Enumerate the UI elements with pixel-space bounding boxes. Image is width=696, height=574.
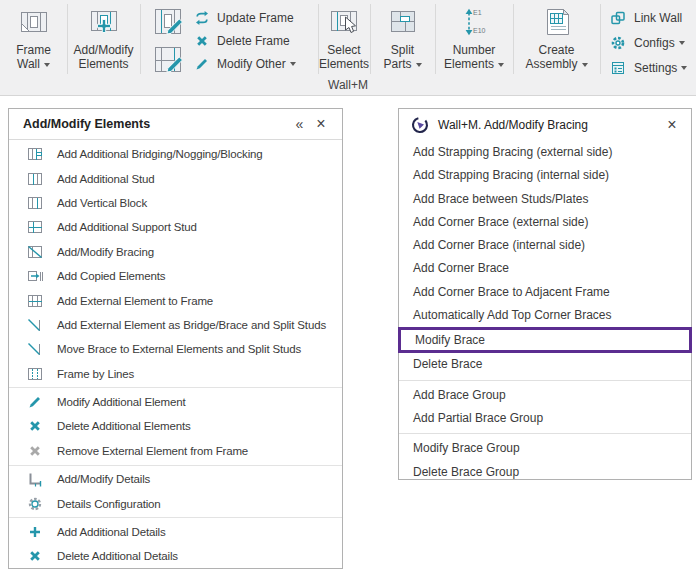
menu-item-modify-brace-group[interactable]: Modify Brace Group — [399, 437, 691, 460]
separator — [9, 465, 342, 466]
modify-other-label: Modify Other — [217, 57, 286, 71]
menu-item-add-strapping-external[interactable]: Add Strapping Bracing (external side) — [399, 141, 691, 164]
menu-item-add-brace-between-studs[interactable]: Add Brace between Studs/Plates — [399, 188, 691, 211]
menu-item-label: Add Additional Support Stud — [57, 221, 197, 233]
number-elements-label-1: Number — [453, 43, 496, 57]
menu-item-add-stud[interactable]: Add Additional Stud — [9, 166, 342, 190]
vertical-block-icon — [27, 195, 43, 211]
settings-label: Settings — [634, 61, 677, 75]
menu-item-add-modify-details[interactable]: Add/Modify Details — [9, 467, 342, 491]
menu-item-add-bridging[interactable]: Add Additional Bridging/Nogging/Blocking — [9, 142, 342, 166]
plus-icon — [27, 524, 43, 540]
configs-button[interactable]: Configs — [610, 30, 696, 55]
frame-wall-label-1: Frame — [16, 43, 51, 57]
create-assembly-label-2: Assembly — [525, 57, 577, 71]
menu-list: Add Strapping Bracing (external side) Ad… — [399, 139, 691, 484]
configs-label: Configs — [634, 36, 675, 50]
add-modify-elements-label-2: Elements — [78, 57, 128, 71]
update-frame-label: Update Frame — [217, 11, 294, 25]
chevron-down-icon — [582, 63, 588, 67]
menu-item-add-support-stud[interactable]: Add Additional Support Stud — [9, 215, 342, 239]
delete-x-icon — [27, 548, 43, 564]
external-element-icon — [27, 293, 43, 309]
menu-item-add-corner-brace-external[interactable]: Add Corner Brace (external side) — [399, 211, 691, 234]
split-parts-label-1: Split — [391, 43, 414, 57]
close-icon[interactable]: × — [310, 113, 332, 135]
menu-item-delete-additional-elements[interactable]: Delete Additional Elements — [9, 414, 342, 438]
separator — [9, 517, 342, 518]
menu-item-label: Delete Additional Elements — [57, 420, 191, 432]
modify-other-button[interactable]: Modify Other — [194, 52, 296, 75]
menu-item-add-strapping-internal[interactable]: Add Strapping Bracing (internal side) — [399, 164, 691, 187]
bridging-icon — [27, 146, 43, 162]
frame-wall-label-2: Wall — [17, 57, 40, 71]
menu-item-add-partial-brace-group[interactable]: Add Partial Brace Group — [399, 407, 691, 430]
select-elements-label-2: Elements — [319, 57, 369, 71]
menu-item-remove-external-element[interactable]: Remove External Element from Frame — [9, 439, 342, 463]
menu-item-add-corner-brace[interactable]: Add Corner Brace — [399, 257, 691, 280]
split-parts-label-2: Parts — [383, 57, 411, 71]
frame-wall-button[interactable]: Frame Wall — [0, 0, 67, 76]
menu-item-add-vertical-block[interactable]: Add Vertical Block — [9, 191, 342, 215]
modify-frame-icon-button[interactable] — [152, 6, 186, 41]
link-wall-button[interactable]: Link Wall — [610, 5, 696, 30]
menu-item-add-brace-group[interactable]: Add Brace Group — [399, 384, 691, 407]
menu-item-add-copied-elements[interactable]: Add Copied Elements — [9, 264, 342, 288]
split-parts-button[interactable]: Split Parts — [370, 0, 435, 76]
chevron-down-icon — [416, 63, 422, 67]
menu-list: Add Additional Bridging/Nogging/Blocking… — [9, 140, 342, 569]
panel-title: Add/Modify Elements — [23, 117, 288, 131]
menu-item-details-configuration[interactable]: Details Configuration — [9, 491, 342, 515]
menu-item-label: Add External Element as Bridge/Brace and… — [57, 319, 326, 331]
menu-header: Wall+M. Add/Modify Bracing × — [399, 109, 691, 139]
create-assembly-label-1: Create — [538, 43, 574, 57]
add-modify-bracing-menu: Wall+M. Add/Modify Bracing × Add Strappi… — [398, 108, 692, 480]
delete-frame-button[interactable]: Delete Frame — [194, 29, 296, 52]
menu-item-add-additional-details[interactable]: Add Additional Details — [9, 520, 342, 544]
menu-item-label: Move Brace to External Elements and Spli… — [57, 343, 301, 355]
close-icon[interactable]: × — [661, 114, 683, 136]
menu-item-delete-additional-details[interactable]: Delete Additional Details — [9, 544, 342, 568]
link-wall-label: Link Wall — [634, 11, 682, 25]
number-elements-button[interactable]: E1 E10 Number Elements — [435, 0, 513, 76]
menu-title: Wall+M. Add/Modify Bracing — [438, 118, 661, 132]
menu-item-label: Add/Modify Details — [57, 473, 150, 485]
ribbon: Frame Wall Add/Modify Elements — [0, 0, 696, 96]
separator — [399, 380, 691, 381]
add-modify-elements-icon — [88, 6, 120, 43]
support-stud-icon — [27, 219, 43, 235]
modify-frame-alt-icon-button[interactable] — [152, 44, 186, 79]
menu-item-label: Add Additional Details — [57, 526, 166, 538]
menu-item-delete-brace[interactable]: Delete Brace — [399, 353, 691, 376]
menu-item-modify-additional-element[interactable]: Modify Additional Element — [9, 390, 342, 414]
menu-item-auto-add-top-corner-braces[interactable]: Automatically Add Top Corner Braces — [399, 304, 691, 327]
separator — [399, 433, 691, 434]
menu-item-add-modify-bracing[interactable]: Add/Modify Bracing — [9, 240, 342, 264]
create-assembly-button[interactable]: Create Assembly — [513, 0, 600, 76]
diagonal-brace-icon — [27, 341, 43, 357]
menu-item-label: Add Additional Stud — [57, 173, 155, 185]
menu-item-add-corner-brace-adjacent[interactable]: Add Corner Brace to Adjacent Frame — [399, 281, 691, 304]
menu-item-delete-brace-group[interactable]: Delete Brace Group — [399, 461, 691, 484]
menu-item-add-corner-brace-internal[interactable]: Add Corner Brace (internal side) — [399, 234, 691, 257]
create-assembly-icon — [541, 6, 573, 43]
pencil-icon — [27, 394, 43, 410]
collapse-button[interactable]: « — [288, 113, 310, 135]
add-modify-elements-button[interactable]: Add/Modify Elements — [67, 0, 140, 76]
menu-item-label: Modify Additional Element — [57, 396, 186, 408]
split-parts-icon — [387, 6, 419, 43]
menu-item-move-brace[interactable]: Move Brace to External Elements and Spli… — [9, 337, 342, 361]
select-elements-button[interactable]: Select Elements — [318, 0, 370, 76]
bracing-icon — [27, 244, 43, 260]
menu-item-label: Details Configuration — [57, 498, 161, 510]
frame-by-lines-icon — [27, 366, 43, 382]
menu-item-frame-by-lines[interactable]: Frame by Lines — [9, 362, 342, 386]
chevron-down-icon — [290, 62, 296, 66]
stud-icon — [27, 171, 43, 187]
menu-item-add-external-element[interactable]: Add External Element to Frame — [9, 288, 342, 312]
diagonal-brace-icon — [27, 317, 43, 333]
menu-item-label: Delete Additional Details — [57, 550, 178, 562]
menu-item-modify-brace-highlighted[interactable]: Modify Brace — [398, 327, 692, 353]
menu-item-add-external-as-brace[interactable]: Add External Element as Bridge/Brace and… — [9, 313, 342, 337]
update-frame-button[interactable]: Update Frame — [194, 6, 296, 29]
